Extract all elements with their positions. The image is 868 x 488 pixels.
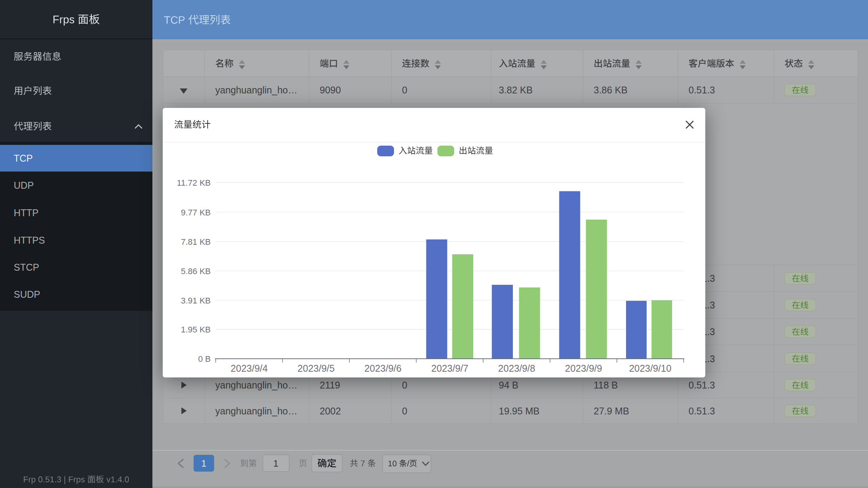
svg-text:2023/9/4: 2023/9/4 [231, 363, 267, 374]
svg-text:2023/9/9: 2023/9/9 [565, 363, 602, 374]
svg-text:3.91 KB: 3.91 KB [181, 296, 211, 305]
svg-text:1.95 KB: 1.95 KB [181, 325, 211, 334]
svg-text:5.86 KB: 5.86 KB [181, 266, 211, 276]
svg-text:2023/9/10: 2023/9/10 [629, 363, 671, 374]
svg-text:9.77 KB: 9.77 KB [181, 208, 211, 217]
svg-text:2023/9/5: 2023/9/5 [298, 363, 335, 374]
svg-text:0 B: 0 B [198, 354, 211, 364]
svg-text:2023/9/6: 2023/9/6 [364, 363, 401, 374]
svg-text:2023/9/7: 2023/9/7 [431, 363, 468, 374]
svg-text:2023/9/8: 2023/9/8 [498, 363, 535, 374]
svg-text:11.72 KB: 11.72 KB [177, 178, 211, 188]
svg-text:7.81 KB: 7.81 KB [181, 237, 211, 247]
